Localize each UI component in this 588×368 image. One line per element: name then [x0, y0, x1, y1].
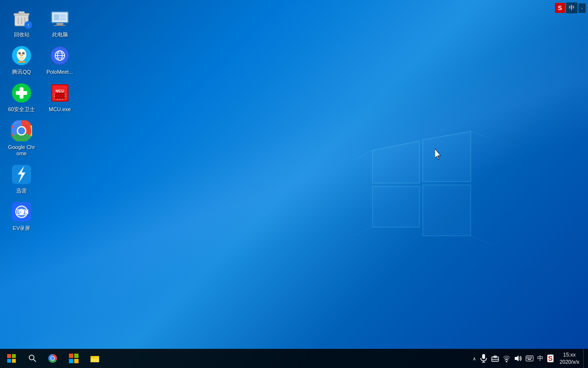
360-guard-label: 60安全卫士: [8, 106, 35, 113]
desktop-icon-recycle-bin[interactable]: ↑ 回收站: [5, 5, 38, 40]
tray-chevron-button[interactable]: ∧: [470, 349, 478, 368]
show-desktop-button[interactable]: [583, 349, 586, 368]
svg-rect-84: [69, 359, 73, 363]
ime-lang-label[interactable]: 中: [566, 2, 577, 13]
ime-sogou-icon[interactable]: S: [555, 3, 565, 13]
svg-rect-76: [7, 359, 11, 363]
ime-mode-label[interactable]: ·: [578, 3, 586, 13]
svg-line-4: [353, 150, 373, 160]
svg-rect-74: [7, 354, 11, 358]
svg-point-95: [506, 361, 508, 362]
desktop: ↑ 回收站: [0, 0, 588, 368]
svg-rect-49: [56, 94, 64, 98]
desktop-icon-polo-meeting[interactable]: PoloMeet...: [43, 42, 77, 77]
tray-volume-icon[interactable]: [512, 349, 524, 368]
svg-rect-105: [531, 358, 532, 359]
clock-date: 2020/x/x: [559, 358, 579, 366]
qq-app-icon: [10, 44, 33, 67]
svg-rect-101: [531, 357, 532, 358]
taskbar-search-button[interactable]: [23, 349, 42, 368]
office-tiles-icon: [69, 354, 79, 363]
svg-rect-106: [528, 359, 531, 360]
recycle-bin-icon: ↑: [10, 7, 33, 30]
taskbar-right: ∧: [470, 349, 588, 368]
taskbar-explorer-icon[interactable]: [84, 349, 105, 368]
tray-ime-zh-indicator[interactable]: 中: [535, 349, 545, 368]
ime-toolbar: S 中 ·: [555, 2, 586, 13]
file-explorer-icon: [90, 354, 100, 363]
svg-point-29: [20, 53, 21, 54]
desktop-icon-xunlei[interactable]: 迅雷: [5, 161, 38, 196]
svg-rect-18: [57, 23, 63, 25]
tray-sogou-icon[interactable]: S: [545, 349, 555, 368]
desktop-icon-this-pc[interactable]: 此电脑: [43, 5, 77, 40]
system-clock[interactable]: 15:xx 2020/x/x: [555, 349, 583, 368]
chevron-icon: ∧: [473, 356, 476, 361]
svg-rect-104: [530, 358, 531, 359]
svg-line-7: [353, 227, 373, 236]
windows-start-icon: [7, 354, 16, 363]
wifi-icon: [503, 355, 510, 362]
svg-point-34: [22, 61, 25, 63]
svg-rect-44: [16, 91, 27, 95]
svg-point-67: [18, 127, 25, 134]
360-guard-icon: [10, 81, 33, 104]
desktop-icon-qq[interactable]: 腾讯QQ: [5, 42, 38, 77]
svg-rect-22: [60, 14, 66, 17]
svg-point-32: [19, 56, 24, 60]
ev-recorder-app-icon: [10, 200, 33, 223]
ime-dot-label: ·: [581, 5, 583, 12]
chrome-app-icon: [10, 119, 33, 142]
svg-rect-19: [54, 25, 66, 26]
taskbar-chrome-icon[interactable]: [42, 349, 63, 368]
svg-rect-10: [19, 12, 24, 14]
svg-point-33: [18, 61, 22, 63]
recycle-bin-label: 回收站: [14, 32, 30, 38]
svg-marker-1: [423, 131, 471, 182]
network-icon: [491, 355, 499, 362]
windows-logo-background: [349, 112, 492, 256]
clock-time: 15:xx: [563, 351, 576, 358]
sogou-s-tray-icon: S: [547, 355, 554, 362]
xunlei-app-icon: [10, 163, 33, 186]
taskbar-office-icon[interactable]: [63, 349, 84, 368]
mcu-label: MCU.exe: [49, 106, 71, 113]
desktop-icon-ev-recorder[interactable]: EV录屏: [5, 198, 38, 233]
polo-meeting-icon: [48, 44, 71, 67]
svg-rect-85: [74, 359, 79, 363]
svg-point-78: [29, 355, 34, 360]
svg-rect-21: [54, 14, 59, 20]
this-pc-label: 此电脑: [52, 32, 68, 38]
svg-marker-96: [515, 356, 519, 361]
ev-recorder-label: EV录屏: [13, 225, 31, 231]
svg-rect-83: [74, 354, 79, 358]
chrome-label: Google Chrome: [7, 144, 36, 157]
svg-rect-98: [527, 357, 528, 358]
svg-rect-75: [12, 354, 16, 358]
this-pc-icon: [48, 7, 71, 30]
xunlei-label: 迅雷: [16, 188, 27, 194]
zh-label: 中: [537, 354, 543, 363]
tray-keyboard-icon[interactable]: [524, 349, 535, 368]
tray-wifi-icon[interactable]: [501, 349, 512, 368]
keyboard-icon: [526, 356, 533, 361]
start-button[interactable]: [0, 349, 23, 368]
svg-rect-99: [528, 357, 529, 358]
desktop-icon-360-guard[interactable]: 60安全卫士: [5, 80, 38, 115]
ime-s-label: S: [558, 4, 562, 12]
svg-rect-23: [60, 18, 66, 20]
desktop-icon-chrome[interactable]: Google Chrome: [5, 117, 38, 159]
svg-rect-102: [527, 358, 528, 359]
tray-mic-icon[interactable]: [478, 349, 489, 368]
desktop-icon-mcu[interactable]: MCU: [43, 80, 77, 115]
svg-line-6: [471, 236, 490, 244]
svg-rect-100: [530, 357, 531, 358]
svg-line-79: [34, 359, 36, 362]
svg-rect-77: [12, 359, 16, 363]
tray-network-icon[interactable]: [489, 349, 501, 368]
microphone-icon: [480, 354, 487, 363]
svg-point-73: [19, 211, 22, 214]
svg-text:↑: ↑: [27, 23, 30, 28]
ime-zh-label: 中: [569, 4, 575, 11]
svg-rect-103: [528, 358, 529, 359]
